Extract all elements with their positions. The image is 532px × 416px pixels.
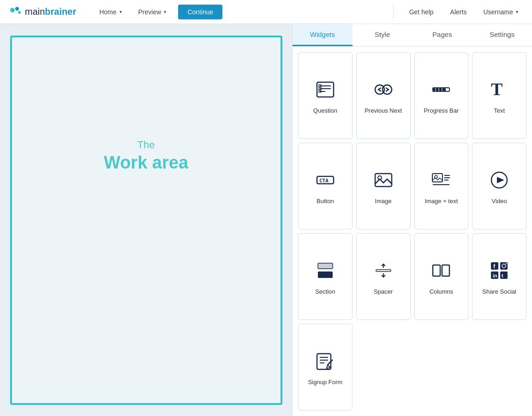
work-area-container: The Work area bbox=[0, 24, 292, 416]
svg-text:f: f bbox=[493, 263, 496, 270]
widget-spacer[interactable]: Spacer bbox=[356, 233, 411, 320]
top-nav: mainbrainer Home ▾ Preview ▾ Continue Ge… bbox=[0, 0, 532, 24]
question-icon bbox=[315, 79, 335, 102]
nav-preview[interactable]: Preview ▾ bbox=[134, 6, 171, 18]
widget-share-social[interactable]: f in t Share Social bbox=[472, 233, 526, 320]
svg-text:t: t bbox=[502, 273, 503, 278]
button-icon: CTA bbox=[315, 170, 335, 193]
svg-rect-13 bbox=[433, 88, 446, 91]
svg-point-0 bbox=[10, 8, 15, 12]
widget-text[interactable]: T Text bbox=[472, 52, 526, 139]
svg-point-41 bbox=[506, 263, 507, 264]
image-label: Image bbox=[375, 198, 392, 205]
widget-section[interactable]: Section bbox=[298, 233, 353, 320]
svg-point-1 bbox=[15, 7, 19, 11]
svg-rect-35 bbox=[433, 265, 440, 276]
section-icon bbox=[315, 260, 335, 283]
nav-divider bbox=[393, 5, 394, 19]
work-area-label-top: The bbox=[137, 139, 155, 151]
work-area-label-main: Work area bbox=[104, 153, 188, 173]
widget-signup-form[interactable]: Signup Form bbox=[298, 324, 353, 410]
nav-username[interactable]: Username ▾ bbox=[478, 6, 523, 18]
previous-next-icon bbox=[373, 79, 394, 102]
svg-rect-46 bbox=[317, 354, 331, 369]
widget-question[interactable]: Question bbox=[298, 52, 353, 139]
continue-button[interactable]: Continue bbox=[178, 5, 222, 19]
nav-home[interactable]: Home ▾ bbox=[95, 6, 126, 18]
svg-text:CTA: CTA bbox=[319, 178, 329, 184]
right-panel: Widgets Style Pages Settings bbox=[292, 24, 532, 416]
preview-chevron-icon: ▾ bbox=[164, 9, 166, 14]
main-layout: The Work area Widgets Style Pages Settin… bbox=[0, 24, 532, 416]
username-chevron-icon: ▾ bbox=[516, 9, 518, 14]
tab-widgets[interactable]: Widgets bbox=[293, 24, 353, 46]
section-label: Section bbox=[315, 288, 335, 295]
nav-alerts[interactable]: Alerts bbox=[446, 6, 472, 18]
signup-form-icon bbox=[315, 351, 335, 374]
widget-image[interactable]: Image bbox=[356, 143, 411, 229]
widget-previous-next[interactable]: Previous Next bbox=[356, 52, 411, 139]
logo-icon bbox=[9, 6, 22, 18]
panel-tabs: Widgets Style Pages Settings bbox=[293, 24, 532, 47]
signup-form-label: Signup Form bbox=[308, 379, 342, 386]
video-icon bbox=[489, 170, 509, 193]
svg-point-2 bbox=[18, 11, 21, 14]
spacer-icon bbox=[373, 260, 394, 283]
svg-rect-36 bbox=[442, 265, 449, 276]
image-icon bbox=[373, 170, 394, 193]
work-area-canvas: The Work area bbox=[10, 36, 282, 405]
image-text-label: Image + text bbox=[424, 198, 458, 205]
widgets-grid: Question Previous Next bbox=[293, 47, 532, 416]
widget-progress-bar[interactable]: Progress Bar bbox=[414, 52, 469, 139]
home-chevron-icon: ▾ bbox=[120, 9, 122, 14]
svg-line-50 bbox=[328, 360, 333, 365]
widget-button[interactable]: CTA Button bbox=[298, 143, 353, 229]
widget-columns[interactable]: Columns bbox=[414, 233, 469, 320]
svg-rect-32 bbox=[376, 270, 391, 271]
svg-marker-29 bbox=[497, 177, 504, 183]
image-text-icon bbox=[431, 170, 451, 193]
nav-get-help[interactable]: Get help bbox=[405, 6, 438, 18]
share-social-label: Share Social bbox=[482, 288, 516, 295]
svg-text:in: in bbox=[493, 273, 497, 278]
text-icon: T bbox=[489, 79, 509, 102]
widget-video[interactable]: Video bbox=[472, 143, 526, 229]
widget-image-text[interactable]: Image + text bbox=[414, 143, 469, 229]
text-label: Text bbox=[494, 107, 505, 114]
tab-settings[interactable]: Settings bbox=[472, 24, 532, 46]
logo-text: mainbrainer bbox=[25, 6, 76, 17]
tab-pages[interactable]: Pages bbox=[412, 24, 472, 46]
share-social-icon: f in t bbox=[489, 260, 509, 283]
svg-text:T: T bbox=[491, 79, 502, 99]
video-label: Video bbox=[492, 198, 507, 205]
button-label: Button bbox=[317, 198, 334, 205]
logo: mainbrainer bbox=[9, 6, 76, 18]
progress-bar-label: Progress Bar bbox=[424, 107, 459, 114]
previous-next-label: Previous Next bbox=[365, 107, 402, 114]
svg-rect-20 bbox=[375, 174, 392, 187]
tab-style[interactable]: Style bbox=[353, 24, 412, 46]
columns-icon bbox=[431, 260, 451, 283]
columns-label: Columns bbox=[430, 288, 453, 295]
svg-rect-31 bbox=[318, 271, 333, 278]
progress-bar-icon bbox=[431, 79, 451, 102]
question-label: Question bbox=[313, 107, 337, 114]
svg-rect-30 bbox=[318, 263, 333, 269]
spacer-label: Spacer bbox=[374, 288, 393, 295]
